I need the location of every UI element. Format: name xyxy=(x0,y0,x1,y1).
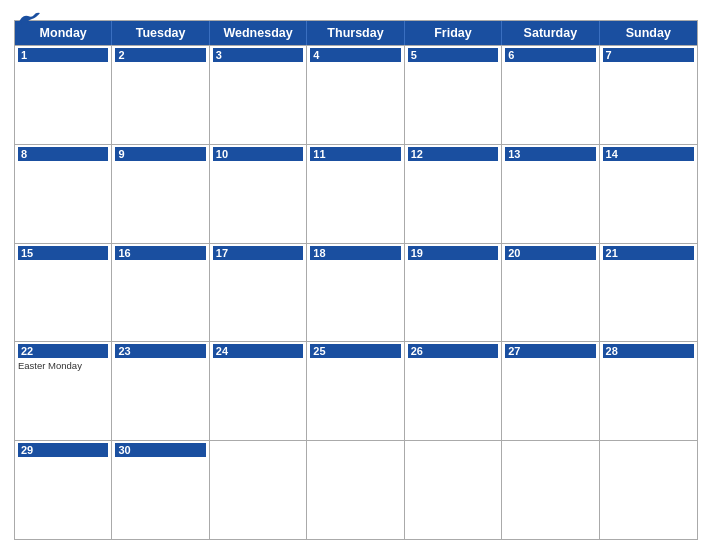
day-cell-14: 14 xyxy=(600,145,697,243)
day-number: 1 xyxy=(18,48,108,62)
day-number: 4 xyxy=(310,48,400,62)
day-number: 30 xyxy=(115,443,205,457)
day-number: 6 xyxy=(505,48,595,62)
header-cell-saturday: Saturday xyxy=(502,21,599,45)
day-number: 21 xyxy=(603,246,694,260)
day-number: 25 xyxy=(310,344,400,358)
day-cell-11: 11 xyxy=(307,145,404,243)
day-cell-17: 17 xyxy=(210,244,307,342)
day-number: 8 xyxy=(18,147,108,161)
day-cell-2: 2 xyxy=(112,46,209,144)
day-cell-27: 27 xyxy=(502,342,599,440)
day-cell-20: 20 xyxy=(502,244,599,342)
header-cell-sunday: Sunday xyxy=(600,21,697,45)
day-number: 28 xyxy=(603,344,694,358)
day-number: 14 xyxy=(603,147,694,161)
day-number: 15 xyxy=(18,246,108,260)
day-cell-5: 5 xyxy=(405,46,502,144)
calendar-header-row: MondayTuesdayWednesdayThursdayFridaySatu… xyxy=(15,21,697,45)
day-number: 7 xyxy=(603,48,694,62)
day-number: 20 xyxy=(505,246,595,260)
day-cell-13: 13 xyxy=(502,145,599,243)
day-cell-23: 23 xyxy=(112,342,209,440)
logo-bird-icon xyxy=(14,10,42,28)
calendar-body: 12345678910111213141516171819202122Easte… xyxy=(15,45,697,539)
day-cell-30: 30 xyxy=(112,441,209,539)
day-cell-21: 21 xyxy=(600,244,697,342)
day-number: 19 xyxy=(408,246,498,260)
day-number: 27 xyxy=(505,344,595,358)
page: MondayTuesdayWednesdayThursdayFridaySatu… xyxy=(0,0,712,550)
calendar-header xyxy=(14,10,698,14)
day-number: 17 xyxy=(213,246,303,260)
day-cell-22: 22Easter Monday xyxy=(15,342,112,440)
day-number: 24 xyxy=(213,344,303,358)
day-cell-empty xyxy=(600,441,697,539)
day-cell-12: 12 xyxy=(405,145,502,243)
week-row-4: 22Easter Monday232425262728 xyxy=(15,341,697,440)
day-cell-empty xyxy=(210,441,307,539)
day-cell-24: 24 xyxy=(210,342,307,440)
day-cell-29: 29 xyxy=(15,441,112,539)
day-cell-7: 7 xyxy=(600,46,697,144)
day-cell-3: 3 xyxy=(210,46,307,144)
day-cell-1: 1 xyxy=(15,46,112,144)
week-row-5: 2930 xyxy=(15,440,697,539)
day-cell-19: 19 xyxy=(405,244,502,342)
day-number: 29 xyxy=(18,443,108,457)
day-number: 3 xyxy=(213,48,303,62)
day-number: 10 xyxy=(213,147,303,161)
day-number: 26 xyxy=(408,344,498,358)
header-cell-friday: Friday xyxy=(405,21,502,45)
day-cell-26: 26 xyxy=(405,342,502,440)
day-cell-empty xyxy=(405,441,502,539)
day-cell-4: 4 xyxy=(307,46,404,144)
day-cell-15: 15 xyxy=(15,244,112,342)
day-cell-25: 25 xyxy=(307,342,404,440)
day-number: 2 xyxy=(115,48,205,62)
calendar-grid: MondayTuesdayWednesdayThursdayFridaySatu… xyxy=(14,20,698,540)
day-cell-6: 6 xyxy=(502,46,599,144)
day-number: 18 xyxy=(310,246,400,260)
week-row-1: 1234567 xyxy=(15,45,697,144)
holiday-label: Easter Monday xyxy=(18,360,108,371)
day-cell-empty xyxy=(307,441,404,539)
header-cell-thursday: Thursday xyxy=(307,21,404,45)
header-cell-tuesday: Tuesday xyxy=(112,21,209,45)
week-row-3: 15161718192021 xyxy=(15,243,697,342)
day-cell-9: 9 xyxy=(112,145,209,243)
day-cell-28: 28 xyxy=(600,342,697,440)
day-cell-16: 16 xyxy=(112,244,209,342)
day-cell-empty xyxy=(502,441,599,539)
logo xyxy=(14,10,46,28)
day-number: 13 xyxy=(505,147,595,161)
day-number: 5 xyxy=(408,48,498,62)
day-number: 9 xyxy=(115,147,205,161)
day-number: 16 xyxy=(115,246,205,260)
header-cell-wednesday: Wednesday xyxy=(210,21,307,45)
day-number: 12 xyxy=(408,147,498,161)
day-cell-8: 8 xyxy=(15,145,112,243)
day-number: 22 xyxy=(18,344,108,358)
day-number: 23 xyxy=(115,344,205,358)
week-row-2: 891011121314 xyxy=(15,144,697,243)
day-cell-10: 10 xyxy=(210,145,307,243)
day-number: 11 xyxy=(310,147,400,161)
day-cell-18: 18 xyxy=(307,244,404,342)
